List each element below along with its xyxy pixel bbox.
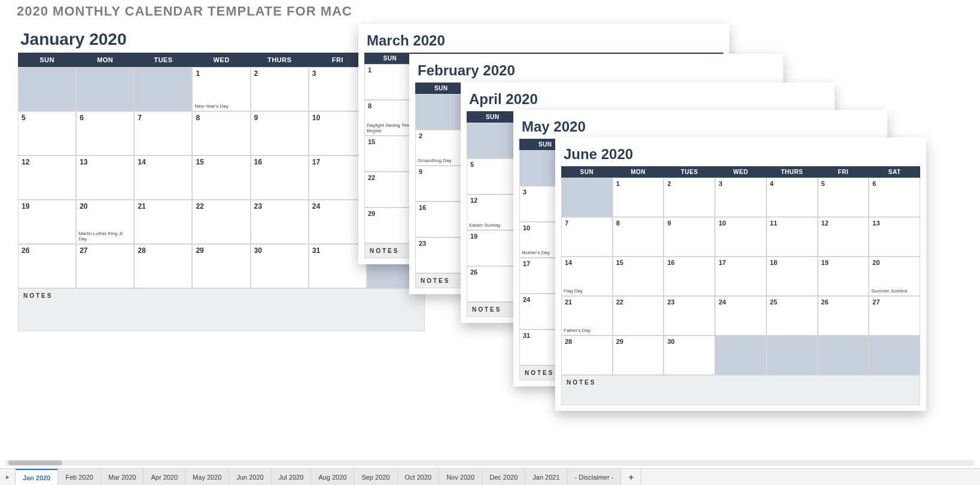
calendar-cell[interactable]: 21Father's Day <box>561 296 613 335</box>
calendar-cell[interactable]: 18 <box>766 257 818 296</box>
sheet-tab[interactable]: Feb 2020 <box>58 469 101 485</box>
calendar-cell[interactable]: 29 <box>192 244 250 288</box>
calendar-cell[interactable]: 30 <box>251 244 309 288</box>
calendar-cell[interactable]: 26 <box>818 296 869 335</box>
calendar-cell[interactable]: 2 <box>251 67 309 111</box>
day-number: 9 <box>419 168 422 175</box>
sheet-tab[interactable]: - Disclaimer - <box>568 469 622 485</box>
sheet-tab[interactable]: Jun 2020 <box>229 469 271 485</box>
calendar-cell[interactable]: 1 <box>613 178 664 217</box>
calendar-cell[interactable]: 29 <box>613 335 664 375</box>
calendar-cell[interactable]: 12 <box>18 155 76 200</box>
calendar-cell[interactable] <box>415 94 467 130</box>
calendar-cell[interactable]: 9 <box>415 166 467 202</box>
calendar-cell[interactable]: 15 <box>613 257 664 296</box>
calendar-cell[interactable]: 19 <box>18 200 76 244</box>
calendar-cell[interactable] <box>561 178 613 217</box>
calendar-cell[interactable]: 7 <box>134 111 192 155</box>
sheet-tab[interactable]: Nov 2020 <box>439 469 482 485</box>
calendar-cell[interactable]: 16 <box>415 202 467 237</box>
calendar-cell[interactable]: 12Easter Sunday <box>467 194 518 230</box>
calendar-cell[interactable]: 26 <box>18 244 76 288</box>
calendar-cell[interactable]: 14Flag Day <box>561 257 613 296</box>
calendar-cell[interactable] <box>715 335 766 375</box>
calendar-cell[interactable] <box>467 123 518 158</box>
calendar-cell[interactable]: 5 <box>18 111 76 155</box>
sheet-tab[interactable]: Dec 2020 <box>482 469 525 485</box>
calendar-cell[interactable]: 4 <box>766 178 818 217</box>
sheet-tab[interactable]: Jan 2020 <box>16 469 58 485</box>
weekday-label: MON <box>76 53 134 67</box>
day-number: 7 <box>565 219 568 227</box>
sheet-tab[interactable]: Aug 2020 <box>311 469 354 485</box>
calendar-cell[interactable]: 22 <box>192 200 250 244</box>
calendar-cell[interactable]: 6 <box>869 178 920 217</box>
calendar-cell[interactable]: 25 <box>766 296 818 335</box>
calendar-cell[interactable]: 27 <box>76 244 134 288</box>
calendar-cell[interactable]: 7 <box>561 217 613 257</box>
calendar-cell[interactable]: 11 <box>766 217 818 257</box>
calendar-cell[interactable]: 10 <box>715 217 766 257</box>
calendar-cell[interactable]: 8 <box>192 111 250 155</box>
horizontal-scrollbar[interactable] <box>5 460 975 466</box>
calendar-cell[interactable]: 14 <box>134 155 192 200</box>
tab-nav-prev-icon[interactable]: ▸ <box>0 469 16 485</box>
day-number: 2 <box>667 180 671 187</box>
calendar-cell[interactable]: 16 <box>251 155 309 200</box>
calendar-cell[interactable]: 16 <box>664 257 715 296</box>
calendar-cell[interactable]: 24 <box>715 296 766 335</box>
calendar-cell[interactable] <box>766 335 818 375</box>
calendar-cell[interactable] <box>76 67 134 111</box>
calendar-cell[interactable]: 5 <box>467 158 518 194</box>
calendar-cell[interactable]: 22 <box>613 296 664 335</box>
calendar-cell[interactable]: 5 <box>818 178 869 217</box>
sheet-tab[interactable]: Apr 2020 <box>144 469 185 485</box>
sheet-tab[interactable]: May 2020 <box>185 469 229 485</box>
calendar-cell[interactable]: 17 <box>715 257 766 296</box>
calendar-cell[interactable]: 21 <box>134 200 192 244</box>
calendar-cell[interactable]: 3 <box>715 178 766 217</box>
calendar-cell[interactable]: 27 <box>869 296 920 335</box>
scrollbar-thumb[interactable] <box>8 460 62 465</box>
calendar-cell[interactable]: 26 <box>467 266 518 302</box>
calendar-cell[interactable]: 19 <box>467 230 518 266</box>
calendar-cell[interactable]: 9 <box>664 217 715 257</box>
sheet-tab[interactable]: Oct 2020 <box>398 469 440 485</box>
calendar-cell[interactable]: 1New Year's Day <box>192 67 250 111</box>
sheet-tab[interactable]: Sep 2020 <box>354 469 397 485</box>
sheet-tab[interactable]: Jul 2020 <box>272 469 312 485</box>
calendar-cell[interactable]: 8Daylight Saving Time Begins <box>364 100 416 136</box>
calendar-cell[interactable]: 29 <box>364 208 416 243</box>
calendar-cell[interactable]: 12 <box>818 217 869 257</box>
calendar-cell[interactable] <box>134 67 192 111</box>
calendar-cell[interactable] <box>869 335 920 375</box>
calendar-grid: 1234567891011121314Flag Day151617181920S… <box>561 178 920 375</box>
add-sheet-button[interactable]: + <box>621 469 641 485</box>
calendar-cell[interactable]: 9 <box>251 111 309 155</box>
calendar-cell[interactable]: 2 <box>664 178 715 217</box>
calendar-cell[interactable]: 15 <box>192 155 250 200</box>
calendar-cell[interactable]: 13 <box>76 155 134 200</box>
calendar-cell[interactable]: 23 <box>415 237 467 273</box>
calendar-cell[interactable]: 23 <box>664 296 715 335</box>
sheet-tab[interactable]: Jan 2021 <box>525 469 567 485</box>
calendar-cell[interactable]: 22 <box>364 172 416 208</box>
calendar-cell[interactable]: 1 <box>364 64 416 100</box>
calendar-cell[interactable] <box>18 67 76 111</box>
calendar-cell[interactable]: 6 <box>76 111 134 155</box>
calendar-cell[interactable] <box>818 335 869 375</box>
calendar-cell[interactable]: 28 <box>561 335 613 375</box>
calendar-cell[interactable]: 15 <box>364 136 416 172</box>
calendar-cell[interactable]: 30 <box>664 335 715 375</box>
calendar-cell[interactable]: 20Martin Luther King Jr Day <box>76 200 134 244</box>
calendar-cell[interactable]: 20Summer Solstice <box>869 257 920 296</box>
calendar-cell[interactable]: 13 <box>869 217 920 257</box>
calendar-cell[interactable]: 8 <box>613 217 664 257</box>
calendar-cell[interactable]: 19 <box>818 257 869 296</box>
calendar-cell[interactable]: 2Groundhog Day <box>415 130 467 166</box>
sheet-tab[interactable]: Mar 2020 <box>101 469 144 485</box>
day-number: 23 <box>667 298 674 306</box>
calendar-cell[interactable]: 28 <box>134 244 192 288</box>
calendar-cell[interactable]: 23 <box>251 200 309 244</box>
month-title: April 2020 <box>469 91 826 108</box>
